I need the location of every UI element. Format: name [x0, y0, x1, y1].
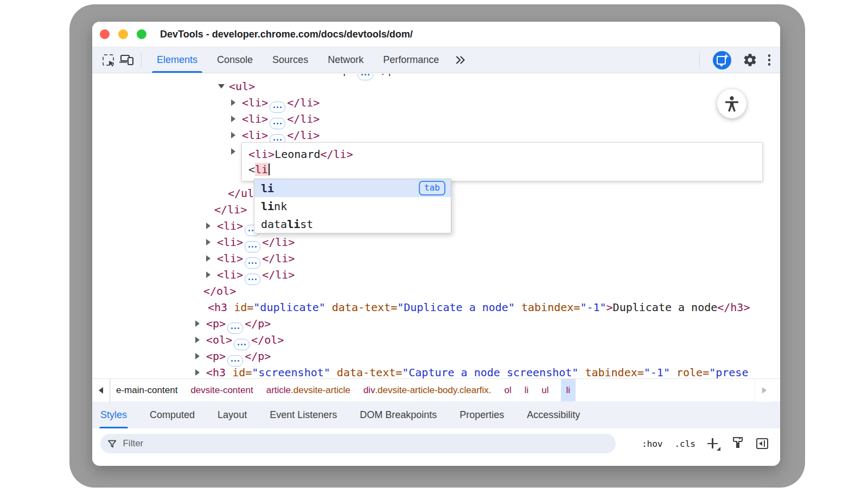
ai-assistance-icon[interactable] — [713, 51, 731, 69]
expand-arrow-icon[interactable] — [231, 116, 235, 122]
breadcrumb-item[interactable]: div.devsite-article-body.clearfix. — [362, 379, 493, 402]
expand-arrow-icon[interactable] — [195, 369, 200, 376]
code-segment-val: "-1" — [644, 366, 670, 378]
panel-tab-layout[interactable]: Layout — [218, 401, 247, 428]
expand-arrow-icon[interactable] — [195, 353, 200, 359]
more-options-kebab-icon[interactable] — [768, 54, 771, 66]
breadcrumb-item[interactable]: article.devsite-article — [265, 379, 352, 402]
dom-tree-row-li[interactable]: <li></li> — [92, 94, 780, 111]
breadcrumb-segment: e-main-content — [116, 385, 177, 396]
code-segment-attr: role= — [670, 366, 709, 378]
breadcrumb-item[interactable]: e-main-content — [115, 379, 178, 402]
breadcrumb-segment: ul — [541, 385, 548, 396]
code-segment-tag: </ol> — [251, 333, 284, 346]
toggle-sidebar-panel-icon[interactable] — [756, 438, 768, 449]
inspect-element-icon[interactable] — [99, 51, 117, 69]
dom-tree-row-li[interactable]: <li></li> — [92, 267, 780, 283]
toggle-element-state-button[interactable]: :hov — [642, 439, 663, 449]
ellipsis-dot-icon — [252, 279, 254, 281]
expand-arrow-icon[interactable] — [206, 271, 210, 278]
tab-performance[interactable]: Performance — [375, 47, 447, 73]
dom-tree-row-li[interactable]: <li></li> — [92, 250, 780, 267]
breadcrumb-item[interactable]: li — [561, 379, 576, 402]
tab-console[interactable]: Console — [209, 47, 261, 73]
dom-tree-row-ul-open[interactable]: <ul> — [92, 78, 780, 94]
new-style-rule-button[interactable] — [707, 438, 719, 450]
ellipsis-dot-icon — [248, 246, 251, 248]
dom-tree-row-li[interactable]: <li></li> — [92, 111, 780, 127]
autocomplete-item[interactable]: litab — [254, 179, 451, 197]
minimize-window-button[interactable] — [118, 29, 128, 39]
dom-tree-row-h3-screenshot[interactable]: <h3 id="screenshot" data-text="Capture a… — [92, 364, 780, 378]
dom-tree-row-ol-close[interactable]: </ol> — [92, 283, 780, 299]
ellipsis-dot-icon — [273, 106, 276, 109]
collapse-arrow-icon[interactable] — [218, 84, 225, 89]
dom-tree-row-clipped[interactable]: <p></p> — [92, 74, 780, 78]
dom-tree-row-ol[interactable]: <ol></ol> — [92, 332, 780, 348]
code-segment-tag: </li> — [320, 148, 353, 161]
autocomplete-item[interactable]: link — [254, 197, 451, 215]
ellipsis-dot-icon — [361, 74, 363, 75]
ellipsis-dot-icon — [231, 327, 233, 330]
settings-gear-icon[interactable] — [741, 51, 760, 69]
panel-tab-accessibility[interactable]: Accessibility — [527, 401, 580, 428]
dom-edit-line-1[interactable]: <li>Leonard</li> — [248, 147, 756, 162]
dom-tree-row-h3-duplicate[interactable]: <h3 id="duplicate" data-text="Duplicate … — [92, 299, 780, 315]
code-segment-tag: </li> — [287, 129, 320, 142]
window-title: DevTools - developer.chrome.com/docs/dev… — [160, 22, 413, 47]
code-segment-tag: </li> — [262, 252, 295, 265]
dom-tree-row-li[interactable]: <li></li> — [92, 234, 780, 250]
more-tabs-icon[interactable] — [451, 51, 469, 69]
breadcrumb-item[interactable]: devsite-content — [189, 379, 254, 402]
breadcrumb-item[interactable]: ol — [503, 379, 513, 402]
panel-tab-computed[interactable]: Computed — [150, 401, 195, 428]
breadcrumb-segment: devsite-content — [190, 385, 253, 396]
sparkle-icon — [723, 53, 729, 59]
tab-sources[interactable]: Sources — [264, 47, 316, 73]
rendering-emulation-icon[interactable] — [731, 436, 744, 451]
accessibility-widget-button[interactable] — [717, 89, 746, 118]
panel-tab-dom-breakpoints[interactable]: DOM Breakpoints — [360, 401, 437, 428]
ellipsis-dot-icon — [248, 279, 251, 281]
autocomplete-item[interactable]: datalist — [254, 215, 451, 233]
filter-field[interactable] — [100, 434, 616, 453]
element-classes-button[interactable]: .cls — [674, 439, 695, 449]
code-segment-tag: <ul> — [229, 80, 255, 93]
expand-arrow-icon[interactable] — [206, 255, 210, 262]
ellipsis-dot-icon — [273, 139, 276, 141]
expand-arrow-icon[interactable] — [231, 132, 235, 138]
panel-tab-styles[interactable]: Styles — [100, 401, 127, 428]
panel-tab-properties[interactable]: Properties — [459, 401, 504, 428]
zoom-window-button[interactable] — [137, 29, 146, 39]
ellipsis-dot-icon — [252, 262, 254, 264]
device-toolbar-icon[interactable] — [117, 51, 136, 69]
autocomplete-item-text: li — [261, 200, 274, 213]
expand-arrow-icon[interactable] — [195, 320, 200, 327]
dom-tree-row-p[interactable]: <p></p> — [92, 315, 780, 332]
ellipsis-dot-icon — [368, 74, 370, 75]
dom-tree-row-p[interactable]: <p></p> — [92, 348, 780, 364]
tab-network[interactable]: Network — [320, 47, 372, 73]
close-window-button[interactable] — [100, 29, 110, 39]
panel-tab-event-listeners[interactable]: Event Listeners — [270, 401, 337, 428]
breadcrumb-item[interactable]: ul — [540, 379, 550, 402]
dom-tree-row-li[interactable]: <li></li> — [92, 127, 780, 143]
expand-arrow-icon[interactable] — [195, 337, 200, 343]
filter-input[interactable] — [122, 438, 608, 450]
panel-tab-strip: ElementsConsoleSourcesNetworkPerformance — [147, 47, 449, 73]
dom-edit-box[interactable]: <li>Leonard</li><li — [241, 142, 763, 181]
code-segment-txt: Duplicate a node — [613, 301, 718, 314]
breadcrumb-scroll-left-button[interactable] — [92, 379, 110, 402]
ellipsis-dot-icon — [238, 344, 240, 346]
breadcrumb-item[interactable]: li — [524, 379, 530, 402]
dom-edit-line-2[interactable]: <li — [248, 162, 756, 177]
breadcrumb-segment: ol — [505, 385, 512, 396]
expand-arrow-icon[interactable] — [231, 148, 235, 155]
expand-arrow-icon[interactable] — [231, 99, 235, 106]
code-segment-tag: </li> — [287, 112, 320, 125]
code-segment-attr: data-text= — [330, 366, 402, 378]
expand-arrow-icon[interactable] — [206, 239, 210, 245]
breadcrumb-scroll-right-button[interactable] — [755, 379, 774, 402]
expand-arrow-icon[interactable] — [206, 223, 210, 229]
tab-elements[interactable]: Elements — [149, 47, 206, 73]
